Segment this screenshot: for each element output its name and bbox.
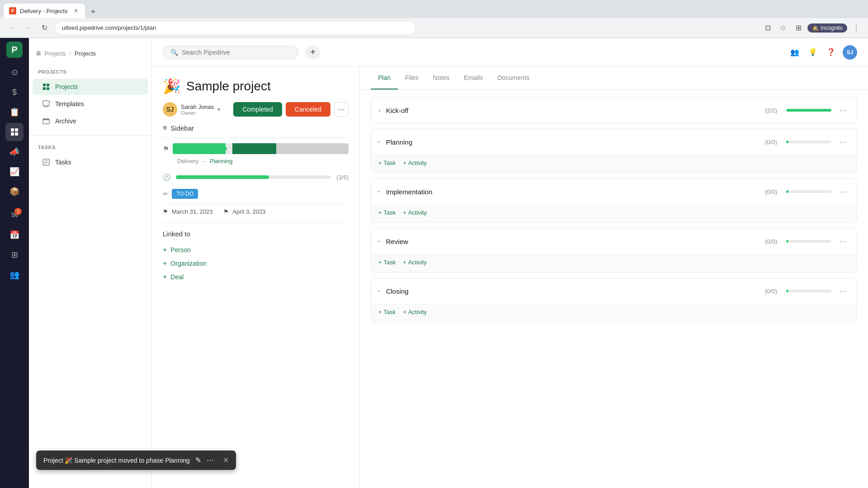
linked-organization[interactable]: + Organization [163, 257, 349, 270]
kickoff-header[interactable]: › Kick-off (2/2) ⋯ [371, 98, 857, 123]
review-chevron-icon: › [376, 240, 383, 243]
review-task-plus-icon: + [378, 259, 382, 266]
sidebar-item-templates[interactable]: Templates [33, 96, 148, 112]
completed-button[interactable]: Completed [233, 102, 282, 117]
breadcrumb-parent: Projects [45, 50, 66, 57]
nav-item-products[interactable]: 📦 [5, 183, 24, 201]
nav-item-home[interactable]: ⊙ [5, 63, 24, 81]
review-add-task-button[interactable]: + Task [378, 259, 396, 266]
planning-task-plus-icon: + [378, 160, 382, 166]
toast-notification: Project 🎉 Sample project moved to phase … [36, 450, 236, 470]
new-tab-button[interactable]: + [87, 5, 99, 18]
kickoff-more-button[interactable]: ⋯ [837, 104, 849, 117]
menu-toggle-button[interactable]: ≡ [36, 49, 41, 58]
implementation-header[interactable]: › Implementation (0/0) ⋯ [371, 179, 857, 204]
planning-more-button[interactable]: ⋯ [837, 136, 849, 148]
review-more-button[interactable]: ⋯ [837, 235, 849, 248]
extension-icon[interactable]: ⊞ [792, 22, 805, 34]
toast-edit-icon[interactable]: ✎ [195, 456, 201, 465]
end-date-item: ⚑ April 3, 2023 [223, 208, 265, 215]
bookmark-icon[interactable]: ☆ [777, 22, 789, 34]
incognito-badge: 🕵 Incognito [807, 23, 847, 33]
closing-task-label: Task [384, 309, 396, 315]
tab-files[interactable]: Files [398, 67, 426, 89]
closing-more-button[interactable]: ⋯ [837, 285, 849, 297]
nav-item-calendar[interactable]: 📅 [5, 226, 24, 244]
toast-more-icon[interactable]: ⋯ [207, 456, 214, 465]
forward-button[interactable]: → [22, 22, 34, 34]
closing-add-activity-button[interactable]: + Activity [403, 309, 427, 315]
lightbulb-icon[interactable]: 💡 [807, 46, 819, 59]
closing-header[interactable]: › Closing (0/0) ⋯ [371, 278, 857, 304]
toast-close-button[interactable]: ✕ [223, 456, 229, 465]
start-date-item: ⚑ March 31, 2023 [163, 208, 212, 215]
tab-title: Delivery - Projects [20, 8, 67, 14]
tab-notes[interactable]: Notes [426, 67, 457, 89]
search-input[interactable] [182, 49, 291, 56]
review-header[interactable]: › Review (0/0) ⋯ [371, 229, 857, 254]
phase-bar-container: ⚑ [163, 143, 349, 154]
sidebar-templates-label: Templates [55, 100, 84, 108]
planning-count: (0/0) [765, 139, 777, 145]
nav-item-inbox[interactable]: 📋 [5, 103, 24, 121]
implementation-add-activity-button[interactable]: + Activity [403, 209, 427, 216]
app-logo[interactable]: P [6, 42, 23, 58]
nav-item-projects[interactable] [5, 123, 24, 141]
add-button[interactable]: + [306, 45, 320, 60]
nav-item-campaigns[interactable]: 📣 [5, 143, 24, 161]
nav-item-mail[interactable]: ✉ 3 [5, 206, 24, 224]
back-button[interactable]: ← [5, 22, 18, 34]
contacts-icon[interactable]: 👥 [788, 46, 801, 59]
planning-add-activity-button[interactable]: + Activity [403, 160, 427, 166]
nav-item-contacts[interactable]: 👥 [5, 266, 24, 284]
linked-deal[interactable]: + Deal [163, 270, 349, 284]
planning-header[interactable]: › Planning (0/0) ⋯ [371, 129, 857, 155]
implementation-add-task-button[interactable]: + Task [378, 209, 396, 216]
linked-person[interactable]: + Person [163, 243, 349, 257]
review-add-activity-button[interactable]: + Activity [403, 259, 427, 266]
progress-bar [176, 175, 331, 179]
search-box[interactable]: 🔍 [163, 46, 298, 59]
user-avatar[interactable]: SJ [843, 45, 857, 60]
planning-progress-fill [786, 141, 788, 143]
archive-icon [42, 117, 51, 126]
sidebar-tasks-label: Tasks [55, 159, 71, 166]
implementation-more-button[interactable]: ⋯ [837, 185, 849, 198]
nav-item-reports[interactable]: ⊞ [5, 246, 24, 264]
templates-icon [42, 99, 51, 108]
close-tab-button[interactable]: ✕ [72, 7, 80, 14]
address-bar[interactable]: uifeed.pipedrive.com/projects/1/plan [54, 21, 416, 35]
phase-labels: Delivery → Planning [163, 158, 349, 164]
sidebar-item-archive[interactable]: Archive [33, 113, 148, 129]
phase-segment-2 [232, 143, 276, 154]
sidebar-item-tasks[interactable]: Tasks [33, 154, 148, 170]
end-date-icon: ⚑ [223, 208, 229, 215]
closing-progress-bar [786, 290, 831, 292]
menu-icon[interactable]: ⋮ [850, 22, 863, 34]
active-tab[interactable]: P Delivery - Projects ✕ [4, 4, 85, 18]
sidebar-item-projects[interactable]: Projects [33, 79, 148, 95]
top-bar: 🔍 + 👥 💡 ❓ SJ [152, 38, 868, 67]
progress-section: 🕐 (3/5) [152, 170, 359, 186]
review-activity-plus-icon: + [403, 259, 406, 266]
owner-avatar: SJ [163, 102, 177, 117]
tab-documents[interactable]: Documents [490, 67, 537, 89]
nav-item-insights[interactable]: 📈 [5, 163, 24, 181]
nav-item-deals[interactable]: $ [5, 83, 24, 101]
dates-section: ⚑ March 31, 2023 ⚑ April 3, 2023 [152, 205, 359, 222]
svg-rect-5 [47, 84, 49, 86]
planning-chevron-icon: › [376, 141, 383, 143]
cast-icon[interactable]: ⊡ [761, 22, 774, 34]
tab-plan[interactable]: Plan [371, 67, 398, 89]
help-icon[interactable]: ❓ [825, 46, 837, 59]
canceled-button[interactable]: Canceled [286, 102, 330, 117]
tab-emails[interactable]: Emails [457, 67, 490, 89]
closing-add-task-button[interactable]: + Task [378, 309, 396, 315]
closing-activity-plus-icon: + [403, 309, 406, 315]
planning-add-task-button[interactable]: + Task [378, 160, 396, 166]
svg-rect-10 [47, 106, 48, 107]
search-icon: 🔍 [170, 49, 178, 56]
owner-dropdown-icon[interactable]: ▾ [217, 106, 220, 113]
more-options-button[interactable]: ⋯ [334, 102, 349, 117]
refresh-button[interactable]: ↻ [38, 22, 51, 34]
